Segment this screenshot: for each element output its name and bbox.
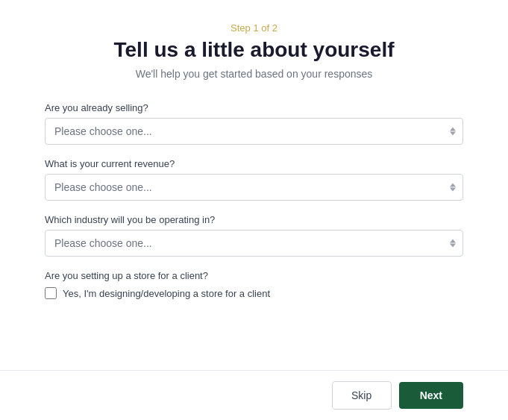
industry-select[interactable]: Please choose one... xyxy=(45,230,463,257)
revenue-select-wrapper: Please choose one... xyxy=(45,174,463,201)
client-checkbox-label[interactable]: Yes, I'm designing/developing a store fo… xyxy=(63,288,270,299)
revenue-select[interactable]: Please choose one... xyxy=(45,174,463,201)
next-button[interactable]: Next xyxy=(399,382,463,409)
selling-select[interactable]: Please choose one... xyxy=(45,118,463,145)
page-title: Tell us a little about yourself xyxy=(45,38,463,62)
industry-select-wrapper: Please choose one... xyxy=(45,230,463,257)
client-checkbox-item: Yes, I'm designing/developing a store fo… xyxy=(45,287,463,299)
selling-field-group: Are you already selling? Please choose o… xyxy=(45,102,463,145)
industry-label: Which industry will you be operating in? xyxy=(45,214,463,225)
revenue-label: What is your current revenue? xyxy=(45,158,463,169)
page-subtitle: We'll help you get started based on your… xyxy=(45,68,463,80)
footer: Skip Next xyxy=(0,370,508,420)
client-store-group: Are you setting up a store for a client?… xyxy=(45,270,463,299)
main-content: Step 1 of 2 Tell us a little about yours… xyxy=(0,0,508,370)
industry-field-group: Which industry will you be operating in?… xyxy=(45,214,463,257)
selling-label: Are you already selling? xyxy=(45,102,463,113)
client-store-label: Are you setting up a store for a client? xyxy=(45,270,463,281)
selling-select-wrapper: Please choose one... xyxy=(45,118,463,145)
client-checkbox[interactable] xyxy=(45,287,57,299)
skip-button[interactable]: Skip xyxy=(332,381,392,410)
revenue-field-group: What is your current revenue? Please cho… xyxy=(45,158,463,201)
step-label: Step 1 of 2 xyxy=(45,22,463,34)
